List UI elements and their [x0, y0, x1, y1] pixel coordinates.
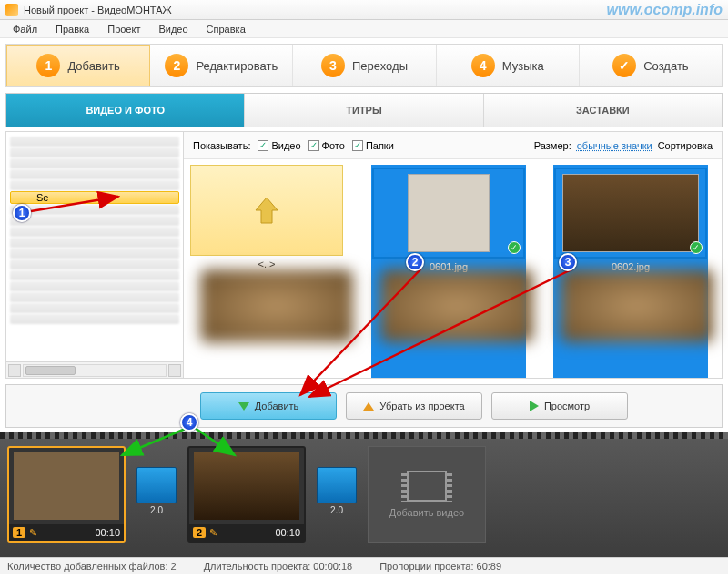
clip-duration: 00:10 — [275, 527, 300, 538]
subtab-intros[interactable]: ЗАСТАВКИ — [484, 94, 722, 127]
action-bar: Добавить Убрать из проекта Просмотр — [5, 384, 723, 428]
step-num-icon: 1 — [36, 54, 60, 77]
add-button[interactable]: Добавить — [200, 392, 337, 420]
size-label: Размер: — [534, 140, 571, 151]
filter-bar: Показывать: ✓Видео ✓Фото ✓Папки Размер: … — [184, 132, 722, 159]
thumb-label: <..> — [258, 259, 276, 269]
add-video-placeholder[interactable]: Добавить видео — [368, 446, 486, 543]
menubar: Файл Правка Проект Видео Справка — [0, 20, 728, 38]
timeline: 1✎00:10 2.0 2✎00:10 2.0 Добавить видео — [0, 432, 728, 557]
filter-video-check[interactable]: ✓Видео — [258, 140, 300, 151]
transition-icon — [136, 467, 177, 503]
window-title: Новый проект - ВидеоМОНТАЖ — [24, 5, 172, 15]
step-music[interactable]: 4Музыка — [437, 45, 580, 86]
menu-help[interactable]: Справка — [199, 22, 253, 36]
step-num-icon: 2 — [165, 54, 188, 77]
menu-video[interactable]: Видео — [151, 22, 195, 36]
tree-selected-item[interactable]: Se — [10, 191, 179, 204]
scroll-thumb[interactable] — [25, 366, 76, 375]
filter-folders-check[interactable]: ✓Папки — [352, 140, 394, 151]
gallery-blur-row — [200, 269, 713, 342]
annotation-marker-4: 4 — [180, 413, 198, 432]
transition-icon — [317, 467, 357, 503]
app-icon — [5, 4, 18, 16]
tree-body[interactable]: Se — [6, 132, 183, 361]
arrow-down-icon — [238, 402, 249, 411]
pencil-icon[interactable]: ✎ — [209, 527, 217, 539]
transition-slot-1[interactable]: 2.0 — [135, 467, 178, 522]
sort-link[interactable]: Сортировка — [658, 140, 713, 151]
subtab-titles[interactable]: ТИТРЫ — [245, 94, 483, 127]
annotation-marker-2: 2 — [406, 253, 424, 271]
timeline-clip-1[interactable]: 1✎00:10 — [7, 446, 126, 543]
transition-slot-2[interactable]: 2.0 — [315, 467, 359, 522]
status-proportions: Пропорции проекта: 60:89 — [379, 561, 501, 572]
added-badge-icon: ✓ — [508, 241, 521, 254]
remove-button[interactable]: Убрать из проекта — [346, 392, 482, 420]
pencil-icon[interactable]: ✎ — [29, 527, 37, 539]
scroll-left-icon[interactable] — [8, 364, 21, 377]
statusbar: Количество добавленных файлов: 2 Длитель… — [0, 557, 728, 574]
clip-thumb — [14, 452, 119, 520]
filter-photo-check[interactable]: ✓Фото — [308, 140, 345, 151]
watermark: www.ocomp.info — [607, 2, 723, 18]
clip-index: 1 — [13, 527, 25, 538]
status-file-count: Количество добавленных файлов: 2 — [7, 561, 177, 572]
thumb-image[interactable]: ✓ — [372, 168, 525, 259]
transition-duration: 2.0 — [330, 505, 343, 515]
play-icon — [530, 401, 539, 411]
scroll-track[interactable] — [23, 364, 167, 377]
step-edit[interactable]: 2Редактировать — [150, 45, 293, 86]
folder-tree: Se — [6, 132, 184, 378]
gallery: <..> ✓ 0601.jpg ✓ 0602.jpg — [184, 159, 722, 378]
scroll-right-icon[interactable] — [168, 364, 181, 377]
clip-duration: 00:10 — [95, 527, 120, 538]
menu-edit[interactable]: Правка — [48, 22, 96, 36]
arrow-up-icon — [363, 402, 374, 411]
film-icon — [407, 471, 447, 502]
check-icon: ✓ — [612, 54, 636, 77]
clip-thumb — [194, 452, 299, 520]
subtabs: ВИДЕО И ФОТО ТИТРЫ ЗАСТАВКИ — [5, 93, 723, 127]
step-num-icon: 3 — [321, 54, 345, 77]
step-transitions[interactable]: 3Переходы — [293, 45, 436, 86]
menu-project[interactable]: Проект — [100, 22, 147, 36]
step-add[interactable]: 1Добавить — [6, 45, 150, 86]
annotation-marker-3: 3 — [559, 253, 577, 271]
annotation-marker-1: 1 — [13, 204, 31, 222]
step-tabs: 1Добавить 2Редактировать 3Переходы 4Музы… — [5, 44, 723, 87]
step-create[interactable]: ✓Создать — [580, 45, 722, 86]
preview-button[interactable]: Просмотр — [491, 392, 628, 420]
transition-duration: 2.0 — [150, 505, 163, 515]
tree-hscrollbar[interactable] — [6, 361, 183, 378]
step-num-icon: 4 — [471, 54, 495, 77]
clip-index: 2 — [193, 527, 206, 538]
added-badge-icon: ✓ — [690, 241, 703, 254]
menu-file[interactable]: Файл — [5, 22, 45, 36]
size-value-link[interactable]: обычные значки — [577, 140, 652, 151]
status-duration: Длительность проекта: 00:00:18 — [204, 561, 353, 572]
filter-show-label: Показывать: — [193, 140, 250, 151]
folder-up-icon[interactable] — [190, 165, 343, 256]
thumb-image[interactable]: ✓ — [554, 168, 707, 259]
subtab-video-photo[interactable]: ВИДЕО И ФОТО — [6, 94, 245, 127]
timeline-clip-2[interactable]: 2✎00:10 — [187, 446, 306, 543]
